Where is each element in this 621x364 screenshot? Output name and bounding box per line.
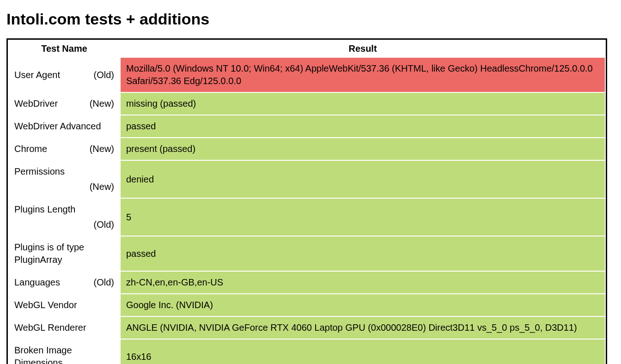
test-name-cell: Plugins is of type PluginArray	[9, 237, 120, 271]
test-name: WebGL Vendor	[14, 299, 77, 311]
table-row: WebDriver Advancedpassed	[9, 115, 605, 137]
test-name: WebDriver	[14, 97, 58, 110]
test-result-cell: Google Inc. (NVIDIA)	[121, 294, 605, 316]
table-row: Plugins Length(Old)5	[9, 199, 605, 236]
test-tag: (New)	[90, 143, 114, 155]
test-name-cell: Languages(Old)	[9, 272, 120, 293]
table-row: Broken Image Dimensions16x16	[9, 340, 605, 364]
test-tag: (Old)	[14, 218, 114, 231]
table-header-row: Test Name Result	[9, 41, 605, 57]
test-name: WebDriver Advanced	[14, 120, 101, 133]
test-name: Permissions	[14, 166, 65, 176]
test-result-cell: 5	[121, 199, 605, 236]
test-name: Broken Image Dimensions	[14, 344, 114, 364]
table-row: Plugins is of type PluginArraypassed	[9, 237, 605, 271]
test-tag: (Old)	[94, 69, 114, 81]
test-result-cell: missing (passed)	[121, 93, 605, 115]
table-row: WebGL RendererANGLE (NVIDIA, NVIDIA GeFo…	[9, 317, 605, 339]
test-result-cell: passed	[121, 115, 605, 137]
table-row: Permissions(New)denied	[9, 161, 605, 198]
tests-table: Test Name Result User Agent(Old)Mozilla/…	[6, 38, 607, 364]
test-name-cell: WebGL Renderer	[9, 317, 120, 339]
test-name: Plugins Length	[14, 204, 75, 214]
table-row: User Agent(Old)Mozilla/5.0 (Windows NT 1…	[9, 58, 605, 92]
test-name-cell: WebDriver Advanced	[9, 115, 120, 137]
test-name: Languages	[14, 276, 60, 289]
test-name-cell: WebGL Vendor	[9, 294, 120, 316]
test-name-cell: Chrome(New)	[9, 138, 120, 160]
col-header-result: Result	[121, 41, 605, 57]
test-result-cell: denied	[121, 161, 605, 198]
test-name: WebGL Renderer	[14, 322, 86, 334]
test-name-cell: Broken Image Dimensions	[9, 340, 120, 364]
test-tag: (New)	[90, 97, 114, 110]
table-row: Languages(Old)zh-CN,en,en-GB,en-US	[9, 272, 605, 293]
test-name: Plugins is of type PluginArray	[14, 241, 114, 266]
test-name-cell: Plugins Length(Old)	[9, 199, 120, 236]
test-result-cell: ANGLE (NVIDIA, NVIDIA GeForce RTX 4060 L…	[121, 317, 605, 339]
test-tag: (New)	[14, 181, 114, 193]
test-tag: (Old)	[94, 276, 114, 289]
table-row: WebGL VendorGoogle Inc. (NVIDIA)	[9, 294, 605, 316]
test-name: User Agent	[14, 69, 60, 81]
test-name: Chrome	[14, 143, 47, 155]
table-row: WebDriver(New)missing (passed)	[9, 93, 605, 115]
test-name-cell: Permissions(New)	[9, 161, 120, 198]
page-title: Intoli.com tests + additions	[6, 10, 615, 28]
test-result-cell: Mozilla/5.0 (Windows NT 10.0; Win64; x64…	[121, 58, 605, 92]
test-name-cell: User Agent(Old)	[9, 58, 120, 92]
test-name-cell: WebDriver(New)	[9, 93, 120, 115]
test-result-cell: present (passed)	[121, 138, 605, 160]
table-row: Chrome(New)present (passed)	[9, 138, 605, 160]
test-result-cell: 16x16	[121, 340, 605, 364]
col-header-name: Test Name	[9, 41, 120, 57]
test-result-cell: passed	[121, 237, 605, 271]
test-result-cell: zh-CN,en,en-GB,en-US	[121, 272, 605, 293]
